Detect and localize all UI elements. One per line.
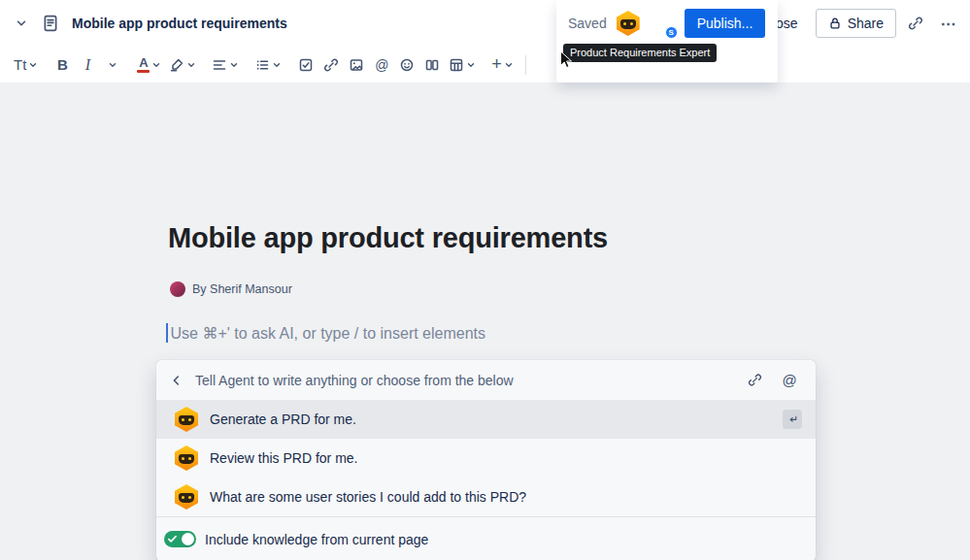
chevron-down-icon: [186, 60, 196, 70]
text-caret: [166, 323, 168, 343]
saved-status: Saved: [568, 16, 607, 31]
attach-link-button[interactable]: [742, 368, 767, 393]
insert-image-button[interactable]: [344, 50, 369, 80]
suggestion-label: Review this PRD for me.: [210, 450, 357, 466]
emoji-icon: [399, 57, 415, 73]
agent-prompt-panel: Tell Agent to write anything or choose f…: [156, 360, 816, 560]
chevron-down-icon: [151, 60, 161, 70]
agent-suggestion-row[interactable]: What are some user stories I could add t…: [156, 478, 816, 516]
page-title: Mobile app product requirements: [168, 222, 608, 254]
copy-link-button[interactable]: [902, 8, 929, 39]
publish-button[interactable]: Publish...: [685, 9, 766, 38]
share-button-label: Share: [848, 16, 884, 31]
agent-suggestion-row[interactable]: Generate a PRD for me.: [156, 400, 816, 439]
document-icon-button[interactable]: [37, 8, 64, 39]
plus-icon: +: [491, 54, 502, 75]
text-color-dropdown[interactable]: A: [133, 50, 165, 80]
document-icon: [42, 15, 59, 32]
link-icon: [748, 373, 762, 387]
top-bar: Mobile app product requirements Close Sh…: [0, 0, 970, 47]
chevron-down-icon: [28, 60, 38, 70]
align-text-icon: [212, 57, 227, 73]
list-dropdown[interactable]: [251, 50, 285, 80]
text-style-dropdown[interactable]: Tt: [10, 50, 42, 80]
agent-hex-icon: [175, 484, 198, 510]
bullet-list-icon: [254, 57, 270, 73]
highlight-color-dropdown[interactable]: [165, 50, 200, 80]
highlighter-icon: [169, 57, 184, 73]
link-icon: [323, 57, 339, 73]
app-window: Mobile app product requirements Close Sh…: [0, 0, 970, 560]
emoji-button[interactable]: [394, 50, 419, 80]
back-button[interactable]: [164, 368, 189, 393]
more-formatting-dropdown[interactable]: [100, 50, 125, 80]
avatar-status-badge: S: [665, 26, 678, 39]
chevron-down-icon: [229, 60, 239, 70]
columns-icon: [424, 57, 440, 73]
editor-toolbar: Tt B I A: [0, 47, 970, 82]
more-actions-button[interactable]: ⋯: [935, 8, 962, 39]
ellipsis-icon: ⋯: [941, 15, 957, 33]
text-style-glyph: Tt: [14, 56, 26, 73]
bold-glyph: B: [57, 56, 68, 73]
alignment-dropdown[interactable]: [208, 50, 243, 80]
mention-icon: @: [375, 57, 388, 73]
lock-icon: [828, 16, 842, 30]
insert-link-button[interactable]: [318, 50, 344, 80]
agent-suggestion-row[interactable]: Review this PRD for me.: [156, 439, 816, 478]
suggestion-label: Generate a PRD for me.: [210, 412, 356, 427]
toggle-knob: [182, 533, 194, 545]
suggestion-label: What are some user stories I could add t…: [210, 489, 526, 505]
mouse-cursor: [559, 50, 573, 70]
byline: By Sherif Mansour: [170, 281, 292, 297]
mention-icon: @: [782, 372, 796, 388]
layout-button[interactable]: [419, 50, 445, 80]
knowledge-toggle-label: Include knowledge from current page: [205, 532, 428, 547]
agent-hex-icon: [175, 407, 198, 432]
agent-panel-footer: Include knowledge from current page: [156, 516, 816, 560]
mention-button[interactable]: @: [369, 50, 394, 80]
chevron-left-icon: [170, 374, 184, 387]
agent-prompt-text: Tell Agent to write anything or choose f…: [195, 373, 514, 388]
publish-controls-popup: Saved S Publish... Product Requirements …: [556, 0, 778, 82]
user-avatar[interactable]: S: [650, 11, 675, 36]
agent-tooltip: Product Requirements Expert: [563, 44, 717, 62]
checkbox-icon: [298, 57, 314, 73]
table-icon: [449, 57, 464, 73]
link-icon: [908, 16, 923, 31]
agent-hex-icon: [175, 445, 198, 471]
knowledge-toggle[interactable]: [164, 531, 196, 547]
author-name: By Sherif Mansour: [192, 282, 292, 296]
toolbar-divider: [525, 55, 526, 75]
enter-key-hint: [783, 410, 802, 429]
task-list-button[interactable]: [293, 50, 318, 80]
chevron-down-icon: [15, 16, 28, 30]
text-color-icon: A: [137, 56, 150, 73]
editor-line[interactable]: Use ⌘+' to ask AI, or type / to insert e…: [166, 323, 485, 343]
editor-placeholder: Use ⌘+' to ask AI, or type / to insert e…: [171, 324, 486, 343]
share-button[interactable]: Share: [816, 9, 896, 38]
chevron-down-icon: [272, 60, 282, 70]
agent-hex-icon[interactable]: [617, 11, 640, 36]
image-icon: [349, 57, 364, 73]
chevron-down-icon: [466, 60, 476, 70]
mention-button[interactable]: @: [777, 368, 802, 393]
author-avatar: [170, 281, 185, 297]
italic-glyph: I: [85, 56, 90, 74]
document-title: Mobile app product requirements: [72, 16, 287, 31]
chevron-down-icon: [108, 60, 117, 70]
chevron-down-icon: [504, 60, 514, 70]
table-dropdown[interactable]: [445, 50, 480, 80]
insert-element-dropdown[interactable]: +: [487, 50, 518, 80]
collapse-chevron-button[interactable]: [8, 8, 35, 39]
bold-button[interactable]: B: [50, 50, 75, 80]
italic-button[interactable]: I: [75, 50, 100, 80]
editor-canvas[interactable]: Mobile app product requirements By Sheri…: [0, 82, 970, 560]
agent-panel-header: Tell Agent to write anything or choose f…: [156, 360, 816, 400]
